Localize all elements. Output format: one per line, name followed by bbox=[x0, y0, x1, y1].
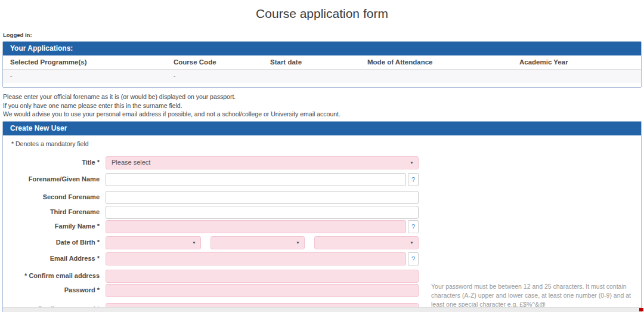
second-forename-row: Second Forename bbox=[10, 191, 634, 204]
password-input[interactable] bbox=[106, 284, 419, 297]
title-select[interactable]: Please select ▼ bbox=[106, 156, 419, 169]
question-icon: ? bbox=[411, 223, 415, 230]
create-new-user-form: * Denotes a mandatory field Title * Plea… bbox=[3, 135, 641, 312]
confirm-email-label: * Confirm email address bbox=[10, 272, 106, 280]
password-label: Password * bbox=[10, 286, 106, 294]
email-input[interactable] bbox=[106, 252, 406, 265]
forename-row: Forename/Given Name ? bbox=[10, 173, 634, 186]
instruction-line-3: We would advise you to use your personal… bbox=[3, 110, 644, 119]
cell-programme: - bbox=[10, 73, 174, 80]
create-new-user-header: Create New User bbox=[3, 122, 641, 135]
dropdown-arrow-icon: ▼ bbox=[296, 241, 300, 245]
your-applications-header: Your Applications: bbox=[3, 42, 641, 55]
question-icon: ? bbox=[411, 255, 415, 262]
mandatory-field-note: * Denotes a mandatory field bbox=[11, 140, 634, 148]
forename-label: Forename/Given Name bbox=[10, 175, 106, 183]
question-icon: ? bbox=[411, 176, 415, 183]
create-new-user-panel: Create New User * Denotes a mandatory fi… bbox=[2, 121, 642, 312]
dob-day-select[interactable]: ▼ bbox=[106, 236, 201, 249]
applications-table-header: Selected Programme(s) Course Code Start … bbox=[3, 55, 641, 70]
your-applications-panel: Your Applications: Selected Programme(s)… bbox=[2, 41, 642, 88]
column-header-course-code: Course Code bbox=[174, 58, 270, 66]
confirm-email-row: * Confirm email address bbox=[10, 270, 634, 283]
cell-start-date bbox=[270, 73, 367, 80]
next-section-strip bbox=[3, 307, 641, 312]
family-name-row: Family Name * ? bbox=[10, 220, 634, 233]
cell-mode-of-attendance bbox=[367, 73, 519, 80]
date-of-birth-label: Date of Birth * bbox=[10, 239, 106, 246]
password-row: Password * Your password must be between… bbox=[10, 284, 634, 297]
date-of-birth-row: Date of Birth * ▼ ▼ ▼ bbox=[10, 236, 634, 249]
page-title: Course application form bbox=[0, 6, 644, 21]
confirm-email-input[interactable] bbox=[106, 270, 419, 283]
red-marker bbox=[639, 308, 643, 311]
family-name-label: Family Name * bbox=[10, 223, 106, 230]
dropdown-arrow-icon: ▼ bbox=[410, 241, 414, 245]
title-label: Title * bbox=[10, 159, 106, 166]
instruction-line-2: If you only have one name please enter t… bbox=[3, 101, 644, 110]
title-select-value: Please select bbox=[112, 159, 150, 166]
dropdown-arrow-icon: ▼ bbox=[410, 161, 414, 165]
title-row: Title * Please select ▼ bbox=[10, 156, 634, 169]
dob-year-select[interactable]: ▼ bbox=[314, 236, 419, 249]
column-header-start-date: Start date bbox=[270, 58, 367, 66]
column-header-selected-programmes: Selected Programme(s) bbox=[10, 58, 174, 66]
third-forename-input[interactable] bbox=[106, 206, 419, 219]
forename-input[interactable] bbox=[106, 173, 406, 186]
column-header-academic-year: Academic Year bbox=[519, 58, 641, 66]
forename-help-button[interactable]: ? bbox=[408, 173, 419, 186]
cell-course-code: - bbox=[174, 73, 270, 80]
instruction-line-1: Please enter your official forename as i… bbox=[3, 92, 644, 101]
logged-in-label: Logged In: bbox=[3, 32, 644, 39]
second-forename-input[interactable] bbox=[106, 191, 419, 204]
dob-month-select[interactable]: ▼ bbox=[210, 236, 305, 249]
column-header-mode-of-attendance: Mode of Attendance bbox=[367, 58, 519, 66]
table-spacer bbox=[3, 83, 641, 87]
family-name-help-button[interactable]: ? bbox=[408, 220, 419, 233]
email-label: Email Address * bbox=[10, 255, 106, 262]
dropdown-arrow-icon: ▼ bbox=[192, 241, 196, 245]
third-forename-row: Third Forename bbox=[10, 206, 634, 219]
email-help-button[interactable]: ? bbox=[408, 252, 419, 265]
family-name-input[interactable] bbox=[106, 220, 406, 233]
applications-table-row: - - bbox=[3, 70, 641, 83]
second-forename-label: Second Forename bbox=[10, 193, 106, 201]
course-application-page: Course application form Logged In: Your … bbox=[0, 0, 644, 312]
cell-academic-year bbox=[519, 73, 641, 80]
instructions-block: Please enter your official forename as i… bbox=[3, 92, 644, 119]
email-row: Email Address * ? bbox=[10, 252, 634, 265]
third-forename-label: Third Forename bbox=[10, 208, 106, 216]
